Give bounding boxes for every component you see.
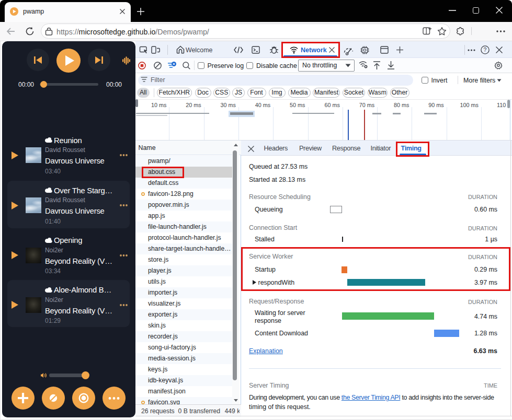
svg-text:?: ?: [484, 46, 487, 53]
